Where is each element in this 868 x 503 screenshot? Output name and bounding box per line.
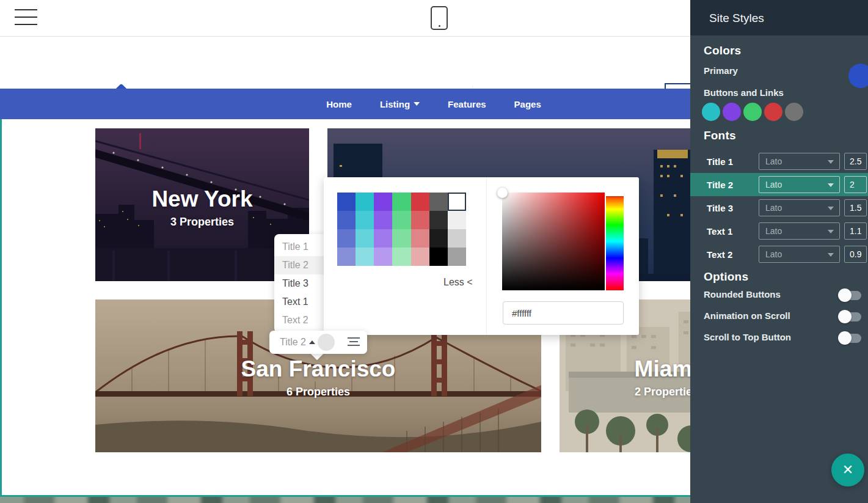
palette-swatch[interactable]	[411, 229, 429, 248]
toggle-switch[interactable]	[839, 331, 861, 345]
font-row-title-2: Title 2Lato2	[690, 173, 868, 196]
button-color-swatch[interactable]	[702, 103, 720, 121]
palette-swatch[interactable]	[374, 193, 392, 211]
palette-swatch[interactable]	[448, 229, 466, 248]
app-window: RealtyM4 + (123) 1800-567-8990 + (123) 1…	[0, 0, 868, 503]
font-family-select[interactable]: Lato	[759, 176, 840, 193]
font-family-select[interactable]: Lato	[759, 199, 840, 216]
palette-swatch[interactable]	[392, 248, 410, 266]
block-selection-accent	[0, 119, 2, 495]
font-size-input[interactable]: 1.5	[844, 199, 867, 216]
nav-item-label: Listing	[380, 99, 410, 109]
city-title[interactable]: San Francisco	[95, 356, 541, 382]
primary-color-swatch[interactable]	[848, 64, 868, 88]
palette-swatch[interactable]	[448, 248, 466, 266]
palette-swatch[interactable]	[374, 229, 392, 248]
palette-swatch[interactable]	[448, 193, 466, 211]
hex-color-input[interactable]	[503, 301, 624, 325]
panel-title: Site Styles	[709, 12, 764, 25]
city-properties-count: 3 Properties	[95, 216, 309, 229]
close-panel-button[interactable]: ✕	[831, 453, 864, 486]
palette-swatch[interactable]	[411, 211, 429, 229]
font-size-input[interactable]: 1.1	[844, 222, 867, 240]
font-row-title-1: Title 1Lato2.5	[690, 150, 868, 173]
palette-swatch[interactable]	[356, 211, 374, 229]
font-row-label: Title 1	[707, 156, 733, 167]
font-rows: Title 1Lato2.5Title 2Lato2Title 3Lato1.5…	[690, 150, 868, 266]
palette-swatch[interactable]	[356, 229, 374, 248]
chevron-down-icon	[414, 102, 420, 106]
align-text-icon[interactable]	[347, 337, 360, 347]
palette-swatch[interactable]	[392, 229, 410, 248]
color-preview-circle[interactable]	[318, 334, 335, 351]
palette-grid	[337, 193, 466, 266]
palette-swatch[interactable]	[448, 211, 466, 229]
main-nav-items: HomeListingFeaturesPages	[326, 89, 541, 119]
font-size-input[interactable]: 2.5	[844, 153, 867, 170]
mobile-preview-icon[interactable]	[431, 6, 448, 30]
font-family-select[interactable]: Lato	[759, 246, 840, 263]
city-title[interactable]: New York	[95, 186, 309, 212]
palette-swatch[interactable]	[356, 193, 374, 211]
nav-item-listing[interactable]: Listing	[380, 99, 420, 109]
palette-swatch[interactable]	[337, 248, 356, 266]
font-family-select[interactable]: Lato	[759, 153, 840, 170]
nav-item-pages[interactable]: Pages	[514, 99, 541, 109]
option-row: Rounded Buttons	[690, 287, 868, 309]
palette-swatch[interactable]	[337, 211, 356, 229]
font-row-text-2: Text 2Lato0.9	[690, 243, 868, 266]
font-row-label: Title 3	[707, 203, 733, 213]
saturation-area[interactable]	[502, 193, 605, 290]
font-family-value: Lato	[765, 180, 782, 189]
option-row: Animation on Scroll	[690, 309, 868, 330]
option-label: Scroll to Top Button	[704, 332, 791, 342]
palette-swatch[interactable]	[356, 248, 374, 266]
toggle-switch[interactable]	[839, 310, 861, 323]
palette-swatch[interactable]	[411, 248, 429, 266]
button-color-swatch[interactable]	[743, 103, 762, 121]
chevron-down-icon	[828, 253, 834, 257]
palette-swatch[interactable]	[411, 193, 429, 211]
palette-swatch[interactable]	[429, 229, 448, 248]
palette-swatch[interactable]	[374, 248, 392, 266]
nav-item-features[interactable]: Features	[448, 99, 486, 109]
font-family-value: Lato	[765, 226, 782, 236]
buttons-links-swatches	[702, 103, 803, 121]
saturation-handle[interactable]	[497, 188, 508, 198]
toggle-switch[interactable]	[839, 288, 861, 302]
hamburger-menu-icon[interactable]	[15, 9, 37, 26]
palette-swatch[interactable]	[337, 193, 356, 211]
font-row-label: Title 2	[707, 180, 733, 190]
less-toggle-link[interactable]: Less <	[443, 277, 473, 288]
palette-swatch[interactable]	[374, 211, 392, 229]
font-size-input[interactable]: 0.9	[844, 246, 867, 263]
palette-swatch[interactable]	[429, 248, 448, 266]
font-row-title-3: Title 3Lato1.5	[690, 196, 868, 219]
fonts-heading: Fonts	[704, 129, 736, 142]
button-color-swatch[interactable]	[785, 103, 803, 121]
palette-swatch[interactable]	[429, 211, 448, 229]
option-row: Scroll to Top Button	[690, 330, 868, 351]
option-toggles: Rounded ButtonsAnimation on ScrollScroll…	[690, 287, 868, 351]
palette-swatch[interactable]	[392, 193, 410, 211]
site-header: RealtyM4 + (123) 1800-567-8990 + (123) 1…	[0, 37, 773, 89]
city-properties-count: 6 Properties	[95, 386, 541, 398]
hue-slider[interactable]	[606, 193, 624, 290]
font-family-select[interactable]: Lato	[759, 222, 840, 240]
chevron-up-icon[interactable]	[309, 340, 315, 344]
hue-handle[interactable]	[606, 193, 624, 196]
button-color-swatch[interactable]	[723, 103, 741, 121]
font-row-label: Text 1	[707, 226, 732, 237]
palette-swatch[interactable]	[429, 193, 448, 211]
button-color-swatch[interactable]	[764, 103, 782, 121]
chevron-down-icon	[828, 230, 834, 233]
primary-color-label: Primary	[704, 65, 738, 76]
font-size-input[interactable]: 2	[844, 176, 867, 193]
option-label: Rounded Buttons	[704, 289, 781, 299]
nav-item-home[interactable]: Home	[326, 99, 352, 109]
palette-swatch[interactable]	[337, 229, 356, 248]
text-style-selector[interactable]: Title 2	[280, 337, 306, 348]
palette-swatch[interactable]	[392, 211, 410, 229]
options-heading: Options	[704, 270, 748, 284]
option-label: Animation on Scroll	[704, 310, 790, 321]
